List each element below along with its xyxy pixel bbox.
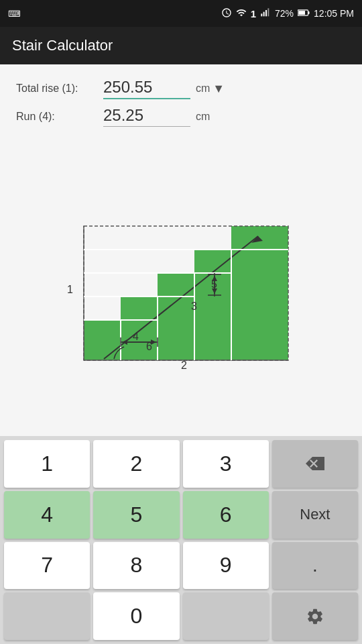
- svg-rect-1: [263, 11, 265, 16]
- key-3[interactable]: 3: [183, 440, 269, 488]
- signal-1-icon: 1: [251, 8, 256, 19]
- key-2[interactable]: 2: [93, 440, 179, 488]
- keypad: 1 2 3 4 5 6 Next 7 8 9 . 0: [0, 436, 362, 644]
- total-rise-row: Total rise (1): cm ▼: [16, 78, 346, 99]
- backspace-button[interactable]: [272, 440, 358, 488]
- signal-bars-icon: [260, 7, 271, 20]
- svg-text:3: 3: [191, 301, 197, 312]
- key-9[interactable]: 9: [183, 542, 269, 590]
- key-4[interactable]: 4: [4, 491, 90, 539]
- svg-rect-2: [265, 10, 267, 16]
- time-display: 12:05 PM: [314, 8, 354, 19]
- svg-rect-11: [231, 226, 288, 360]
- key-1[interactable]: 1: [4, 440, 90, 488]
- app-header: Stair Calculator: [0, 27, 362, 64]
- keyboard-icon: ⌨: [8, 9, 21, 19]
- battery-percent: 72%: [275, 8, 294, 19]
- status-bar: ⌨ 1 72% 12:05 PM: [0, 0, 362, 27]
- key-empty-left: [4, 592, 90, 640]
- battery-icon: [298, 8, 310, 19]
- main-content: Total rise (1): cm ▼ Run (4): cm: [0, 64, 362, 644]
- decimal-button[interactable]: .: [272, 542, 358, 590]
- key-0[interactable]: 0: [93, 592, 179, 640]
- status-right: 1 72% 12:05 PM: [221, 7, 354, 20]
- unit-dropdown-arrow[interactable]: ▼: [213, 82, 225, 96]
- wifi-icon: [236, 7, 247, 20]
- run-input[interactable]: [103, 106, 190, 127]
- total-rise-unit: cm: [196, 83, 210, 95]
- alarm-icon: [221, 7, 232, 20]
- svg-rect-3: [267, 8, 269, 16]
- total-rise-input[interactable]: [103, 78, 190, 99]
- svg-text:1: 1: [67, 284, 73, 295]
- svg-text:4: 4: [133, 331, 139, 342]
- svg-text:2: 2: [181, 360, 187, 370]
- svg-rect-9: [158, 273, 194, 360]
- run-row: Run (4): cm: [16, 106, 346, 127]
- run-label: Run (4):: [16, 111, 103, 123]
- app-title: Stair Calculator: [12, 37, 113, 54]
- svg-rect-10: [194, 250, 231, 360]
- run-unit: cm: [196, 111, 210, 123]
- key-5[interactable]: 5: [93, 491, 179, 539]
- inputs-area: Total rise (1): cm ▼ Run (4): cm: [0, 64, 362, 140]
- key-empty-right: [183, 592, 269, 640]
- settings-button[interactable]: [272, 592, 358, 640]
- next-button[interactable]: Next: [272, 491, 358, 539]
- svg-rect-6: [308, 11, 310, 13]
- key-7[interactable]: 7: [4, 542, 90, 590]
- diagram-area: 1 2 3 4 5 6: [0, 140, 362, 436]
- stair-diagram: 1 2 3 4 5 6: [54, 206, 308, 370]
- total-rise-label: Total rise (1):: [16, 83, 103, 95]
- svg-rect-0: [261, 13, 262, 16]
- svg-rect-5: [298, 11, 305, 15]
- key-8[interactable]: 8: [93, 542, 179, 590]
- key-6[interactable]: 6: [183, 491, 269, 539]
- status-left: ⌨: [8, 9, 21, 19]
